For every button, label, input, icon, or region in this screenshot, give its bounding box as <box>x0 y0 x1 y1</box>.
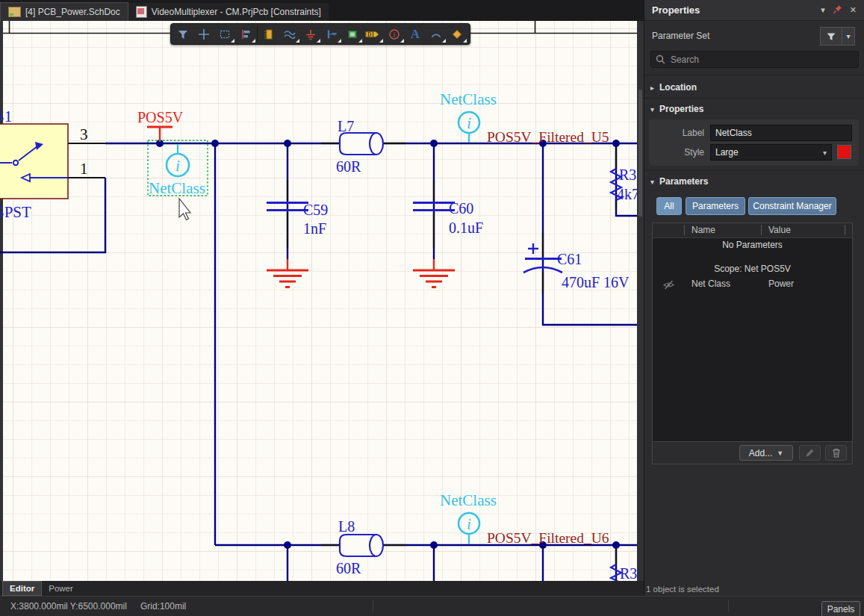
filter-dropdown-button[interactable]: ▾ <box>842 27 855 46</box>
place-text-string-icon[interactable]: A <box>405 25 426 43</box>
panel-header: Properties ▾ ✕ <box>644 0 864 21</box>
mouse-cursor <box>179 199 190 220</box>
pin-icon[interactable] <box>833 4 842 16</box>
search-icon <box>656 55 665 64</box>
filter-button[interactable] <box>820 27 842 46</box>
net-label-pos5v-filtered-u5[interactable]: POS5V_Filtered_U5 <box>487 129 609 145</box>
edit-button[interactable] <box>799 445 821 461</box>
panels-button[interactable]: Panels <box>821 601 860 616</box>
schematic-canvas[interactable]: S1 SPST 3 1 <box>0 21 637 581</box>
place-arc-icon[interactable] <box>426 25 447 43</box>
gnd-symbol-c59[interactable] <box>267 259 308 287</box>
scope-row: Scope: Net POS5V <box>653 264 852 274</box>
power-port-pos5v[interactable]: POS5V <box>137 109 184 142</box>
table-footer: Add...▼ <box>652 442 853 464</box>
component-c59[interactable]: C59 1nF <box>267 202 328 237</box>
svg-text:POS5V: POS5V <box>137 109 184 125</box>
place-sheet-symbol-icon[interactable] <box>342 25 363 43</box>
gnd-symbol-c60[interactable] <box>413 259 455 287</box>
component-r3-bottom[interactable]: R3 <box>611 564 637 581</box>
delete-button[interactable] <box>825 445 847 461</box>
table-header: Name Value <box>653 223 852 238</box>
component-c61[interactable]: C61 470uF 16V <box>523 243 630 290</box>
schematic-doc-icon <box>8 7 21 17</box>
chevron-down-icon: ▾ <box>650 178 659 186</box>
color-swatch-red[interactable] <box>837 145 851 159</box>
svg-text:3: 3 <box>80 125 88 143</box>
section-location[interactable]: ▸Location <box>650 82 697 93</box>
component-l8[interactable]: L8 60R <box>336 518 383 576</box>
svg-text:L7: L7 <box>338 118 354 134</box>
tab-label: [4] PCB_Power.SchDoc <box>25 7 120 17</box>
svg-text:60R: 60R <box>336 158 361 175</box>
statusbar-divider <box>373 600 373 612</box>
column-name[interactable]: Name <box>691 225 715 235</box>
svg-text:S1: S1 <box>0 108 12 125</box>
object-type-label: Parameter Set <box>652 31 709 41</box>
chevron-right-icon: ▸ <box>650 84 659 92</box>
svg-text:SPST: SPST <box>0 203 31 221</box>
place-junction-icon[interactable] <box>447 25 467 43</box>
search-box[interactable] <box>650 51 859 68</box>
search-input[interactable] <box>669 54 854 66</box>
toolbar-separator <box>257 26 258 42</box>
netclass-directive-selected[interactable]: i NetClass <box>148 140 208 197</box>
table-row[interactable]: Net Class Power <box>653 279 852 293</box>
tab-label: VideoMultiplexer - CM.PrjPcb [Constraint… <box>152 7 321 17</box>
chevron-down-icon: ▼ <box>777 449 783 457</box>
no-parameters-row: No Parameters <box>653 240 852 250</box>
status-bar: X:3800.000mil Y:6500.000mil Grid:100mil <box>0 596 864 616</box>
view-tab-bar: Editor Power <box>0 581 644 596</box>
panel-menu-icon[interactable]: ▾ <box>821 5 825 15</box>
chevron-down-icon: ▾ <box>650 105 659 113</box>
svg-text:1nF: 1nF <box>303 220 326 237</box>
scrollbar-thumb[interactable] <box>638 90 642 217</box>
param-tab-all[interactable]: All <box>656 197 682 215</box>
place-differential-pair-icon[interactable]: D1 <box>363 25 384 43</box>
param-tab-constraint-manager[interactable]: Constraint Manager <box>748 197 836 215</box>
svg-text:NetClass: NetClass <box>440 90 497 108</box>
svg-text:1: 1 <box>80 160 88 178</box>
tab-pcb-power-schdoc[interactable]: [4] PCB_Power.SchDoc <box>0 2 128 21</box>
tab-editor[interactable]: Editor <box>2 581 42 596</box>
place-part-icon[interactable] <box>258 25 279 43</box>
label-input[interactable] <box>710 125 852 141</box>
place-power-port-icon[interactable] <box>300 25 321 43</box>
column-value[interactable]: Value <box>768 225 791 235</box>
component-r3-top[interactable]: R3 4k7 <box>611 167 637 202</box>
cursor-cross-icon[interactable] <box>193 25 214 43</box>
svg-text:R3: R3 <box>619 167 636 183</box>
parameters-table: Name Value No Parameters Scope: Net POS5… <box>652 223 853 442</box>
place-parameter-set-icon[interactable]: i <box>384 25 405 43</box>
selection-rect-icon[interactable] <box>214 25 235 43</box>
properties-panel: Properties ▾ ✕ Parameter Set ▾ ▸Location… <box>644 0 864 596</box>
close-icon[interactable]: ✕ <box>850 5 857 15</box>
tab-power[interactable]: Power <box>42 582 80 595</box>
place-wire-icon[interactable] <box>279 25 300 43</box>
svg-text:C60: C60 <box>449 200 473 217</box>
component-c60[interactable]: C60 0.1uF <box>413 200 483 236</box>
svg-text:D1: D1 <box>367 31 374 38</box>
add-button[interactable]: Add...▼ <box>739 445 793 461</box>
param-tab-parameters[interactable]: Parameters <box>686 197 745 215</box>
tab-videomultiplexer-prjpcb[interactable]: VideoMultiplexer - CM.PrjPcb [Constraint… <box>128 3 329 21</box>
place-harness-icon[interactable] <box>321 25 342 43</box>
section-parameters[interactable]: ▾Parameters <box>650 176 708 187</box>
chevron-down-icon: ▾ <box>823 149 827 157</box>
svg-text:60R: 60R <box>336 560 361 576</box>
label-caption: Label <box>659 128 704 138</box>
visibility-off-icon[interactable] <box>663 280 674 292</box>
component-s1-switch[interactable]: S1 SPST 3 1 <box>0 108 88 221</box>
section-properties[interactable]: ▾Properties <box>650 104 703 114</box>
style-dropdown[interactable]: Large▾ <box>710 144 832 161</box>
net-label-pos5v-filtered-u6[interactable]: POS5V_Filtered_U6 <box>487 530 609 546</box>
statusbar-divider <box>728 600 729 612</box>
align-icon[interactable] <box>235 25 256 43</box>
filter-icon[interactable] <box>173 25 193 43</box>
svg-text:0.1uF: 0.1uF <box>449 220 483 236</box>
component-l7[interactable]: L7 60R <box>336 118 383 175</box>
trash-icon <box>832 448 841 458</box>
svg-text:i: i <box>467 516 471 532</box>
sheet-edge <box>0 21 3 581</box>
svg-text:L8: L8 <box>338 518 355 535</box>
